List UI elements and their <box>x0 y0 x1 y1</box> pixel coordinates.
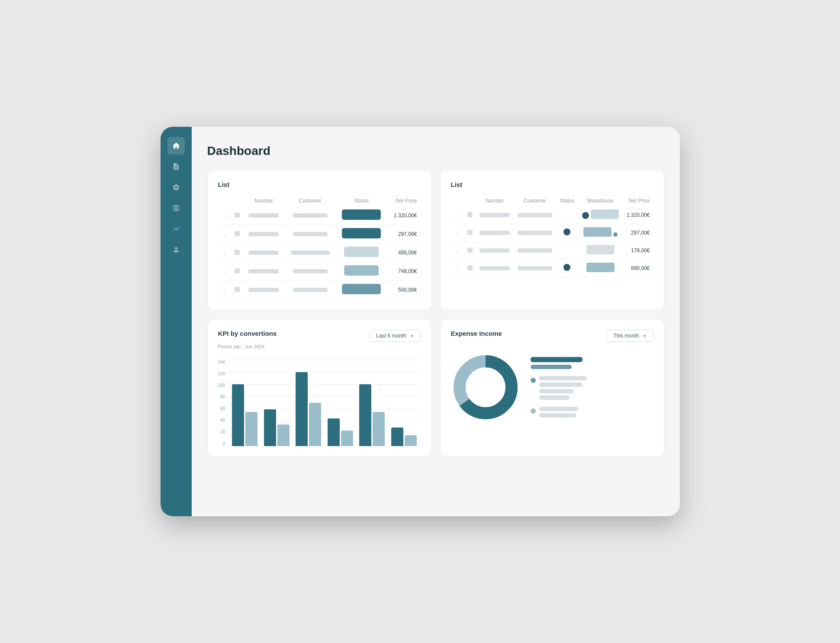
bar-dark <box>391 428 403 446</box>
y-label: 40 <box>220 418 225 423</box>
legend-bar <box>539 407 578 411</box>
price-cell: 178,00€ <box>623 242 653 260</box>
number-skeleton <box>480 266 510 270</box>
row-chevron: › <box>224 232 225 237</box>
number-skeleton <box>248 288 279 292</box>
right-list-table: Number Customer Status Warehouse Net Pri… <box>451 195 653 277</box>
bar-light <box>373 412 385 446</box>
legend-bars-pale <box>539 407 578 418</box>
row-checkbox[interactable] <box>235 287 240 292</box>
row-checkbox[interactable] <box>467 230 473 235</box>
col-price-left: Net Price <box>387 195 420 206</box>
table-row[interactable]: › 690,00€ <box>451 260 653 277</box>
bar-dark <box>264 409 276 446</box>
bar-dark <box>359 384 371 446</box>
col-customer-left: Customer <box>284 195 335 206</box>
row-checkbox[interactable] <box>467 265 473 270</box>
bar-light <box>245 412 257 446</box>
bar-dark <box>296 372 308 446</box>
customer-skeleton <box>293 213 328 218</box>
status-dot <box>563 264 570 271</box>
customer-skeleton <box>293 288 328 292</box>
price-cell: 550,00€ <box>387 281 420 299</box>
legend-section <box>531 357 653 418</box>
sidebar-item-home[interactable] <box>167 137 185 154</box>
legend-bar <box>531 357 583 362</box>
expense-income-title: Expense Income <box>451 330 502 337</box>
legend-bar <box>539 395 570 400</box>
table-row[interactable]: › 297,00€ <box>451 224 653 242</box>
expense-income-card: Expense Income This month ▼ <box>440 319 664 457</box>
price-cell: 297,00€ <box>387 225 420 244</box>
sidebar-item-documents[interactable] <box>167 158 185 175</box>
price-cell: 690,00€ <box>623 260 653 277</box>
kpi-period-dropdown[interactable]: Last 6 month ▼ <box>370 330 420 342</box>
kpi-card: KPI by convertions Period Jan - Jun 2024… <box>207 319 431 457</box>
kpi-header: KPI by convertions Period Jan - Jun 2024… <box>218 330 421 356</box>
table-row[interactable]: › 495,00€ <box>218 244 421 262</box>
price-cell: 1.320,00€ <box>387 206 420 225</box>
table-row[interactable]: › 748,00€ <box>218 262 421 281</box>
row-checkbox[interactable] <box>235 268 240 273</box>
col-number-left: Number <box>243 195 285 206</box>
price-cell: 495,00€ <box>387 244 420 262</box>
col-warehouse-right: Warehouse <box>578 195 623 206</box>
row-checkbox[interactable] <box>235 250 240 255</box>
sidebar-item-settings[interactable] <box>167 179 185 196</box>
row-chevron: › <box>224 288 225 293</box>
legend-bar <box>539 383 583 387</box>
warehouse-skeleton <box>586 245 615 254</box>
legend-bar <box>531 365 572 369</box>
legend-bars-dark <box>531 357 653 369</box>
bar-group <box>296 372 322 446</box>
bar-group <box>359 384 385 446</box>
row-checkbox[interactable] <box>235 231 240 236</box>
kpi-title: KPI by convertions <box>218 330 277 337</box>
customer-skeleton <box>518 248 552 253</box>
y-label: 60 <box>220 406 225 411</box>
table-row[interactable]: › 1.320,00€ <box>218 206 421 225</box>
table-row[interactable]: › 178,00€ <box>451 242 653 260</box>
cards-grid: List Number Customer Status Net Price <box>207 170 664 457</box>
legend-group-3-inner <box>531 407 653 418</box>
row-chevron: › <box>457 249 458 254</box>
expense-period-dropdown[interactable]: This month ▼ <box>607 330 653 342</box>
y-label: 120 <box>218 371 225 376</box>
y-axis: 140 120 100 80 60 40 20 0 <box>218 360 229 446</box>
warehouse-skeleton <box>583 227 611 237</box>
table-row[interactable]: › 550,00€ <box>218 281 421 299</box>
sidebar-item-users[interactable] <box>167 241 185 258</box>
price-cell: 1.320,00€ <box>623 206 653 224</box>
bar-group <box>391 428 417 446</box>
table-row[interactable]: › 1.320,00€ <box>451 206 653 224</box>
legend-group-2-inner <box>531 376 653 400</box>
left-list-table: Number Customer Status Net Price › <box>218 195 421 299</box>
bar-group <box>328 418 354 446</box>
main-content: Dashboard List Number Customer Status Ne… <box>192 127 680 516</box>
y-label: 20 <box>220 430 225 434</box>
customer-skeleton <box>518 231 552 235</box>
row-chevron: › <box>457 213 458 218</box>
wh-dot <box>613 232 618 237</box>
row-checkbox[interactable] <box>467 248 473 253</box>
col-number-right: Number <box>476 195 514 206</box>
sidebar-item-table[interactable] <box>167 199 185 217</box>
status-badge <box>344 265 379 276</box>
customer-skeleton <box>518 266 552 270</box>
warehouse-skeleton <box>586 263 615 272</box>
table-row[interactable]: › 297,00€ <box>218 225 421 244</box>
row-checkbox[interactable] <box>467 212 473 217</box>
y-label: 80 <box>220 395 225 399</box>
donut-svg <box>451 353 520 422</box>
legend-bars-mid <box>539 376 587 400</box>
status-badge <box>342 228 381 238</box>
bar-group <box>264 409 290 446</box>
expense-income-header: Expense Income This month ▼ <box>451 330 653 344</box>
number-skeleton <box>248 251 279 255</box>
legend-dot-mid <box>531 378 536 383</box>
bar-light <box>405 435 417 446</box>
bar-light <box>277 424 290 446</box>
row-checkbox[interactable] <box>235 212 240 218</box>
bar-light <box>341 431 353 446</box>
sidebar-item-chart[interactable] <box>167 220 185 238</box>
